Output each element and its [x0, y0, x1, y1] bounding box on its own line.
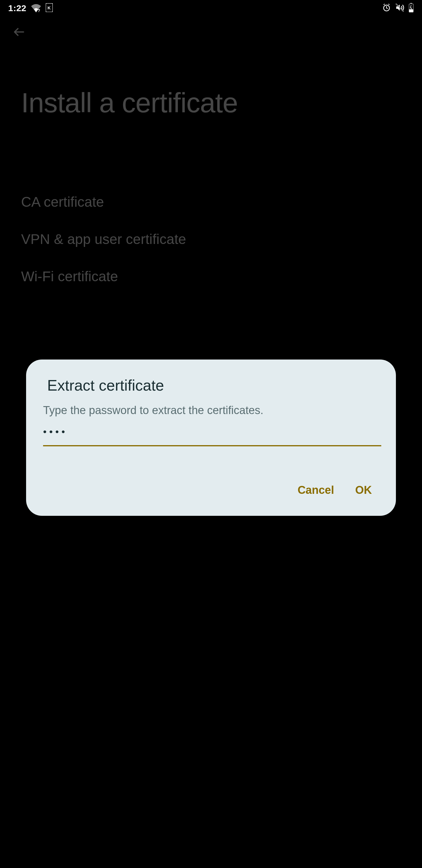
cancel-button[interactable]: Cancel	[297, 484, 334, 496]
password-input[interactable]	[43, 420, 381, 446]
ok-button[interactable]: OK	[355, 484, 372, 496]
extract-certificate-dialog: Extract certificate Type the password to…	[26, 360, 396, 516]
dialog-overlay: Extract certificate Type the password to…	[0, 0, 422, 868]
dialog-buttons: Cancel OK	[47, 484, 375, 496]
dialog-title: Extract certificate	[47, 376, 375, 394]
dialog-subtitle: Type the password to extract the certifi…	[43, 404, 375, 417]
